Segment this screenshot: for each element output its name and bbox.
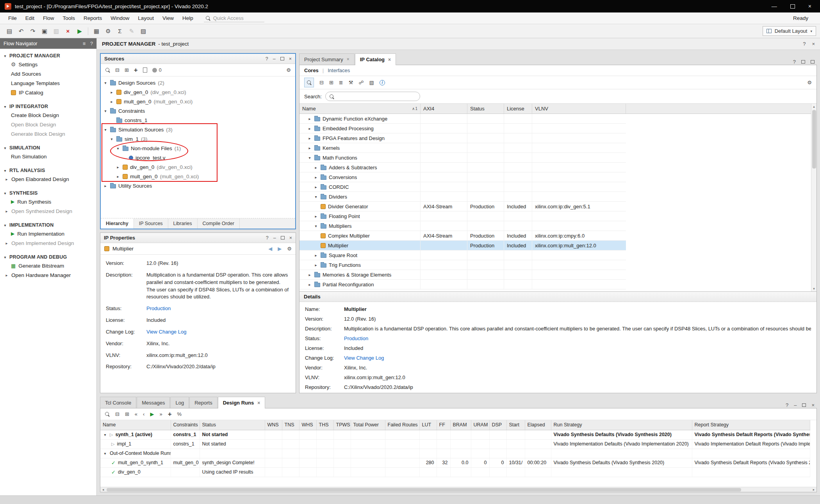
flow-nav-options-icon[interactable]: ≡ [83,41,86,46]
section-header-project-manager[interactable]: ▾ PROJECT MANAGER [0,52,96,60]
run-row-div-gen-0[interactable]: ✓div_gen_0 Using cached IP results [100,467,810,477]
chevron-right-icon[interactable]: ▸ [307,117,312,121]
collapse-all-icon[interactable]: ⊟ [319,80,324,85]
tab-design-runs[interactable]: Design Runs × [218,397,265,408]
column-header[interactable]: DSP [489,420,506,430]
chevron-right-icon[interactable]: ▸ [314,263,318,267]
chevron-down-icon[interactable]: ▾ [103,128,108,132]
catalog-ip-row-multiplier-selected[interactable]: Multiplier Production Included xilinx.co… [299,241,626,250]
chevron-down-icon[interactable]: ▾ [103,451,107,456]
debug-probe-icon[interactable]: ▨ [138,26,149,36]
sort-ascending-icon[interactable]: ∧1 [412,106,417,111]
chevron-right-icon[interactable]: ▸ [109,90,114,94]
close-icon[interactable]: × [812,41,815,47]
section-header-rtl-analysis[interactable]: ▾ RTL ANALYSIS [0,167,96,174]
tree-item-sim-1[interactable]: ▾ sim_1 (3) [101,134,295,144]
group-by-taxonomy-icon[interactable]: ≣ [339,80,343,85]
expand-all-icon[interactable]: ⊞ [125,412,129,417]
scroll-left-icon[interactable]: ◂ [100,488,106,492]
nav-item-open-synthesized-design[interactable]: ▸ Open Synthesized Design [0,206,96,216]
float-icon[interactable] [281,236,285,240]
chevron-right-icon[interactable]: ▸ [5,273,9,277]
tree-item-utility-sources[interactable]: ▸ Utility Sources [101,181,295,190]
tree-item-design-sources[interactable]: ▾ Design Sources (2) [101,78,295,87]
tab-log[interactable]: Log [170,397,189,408]
settings-gear-icon[interactable]: ⚙ [287,246,292,251]
tab-project-summary[interactable]: Project Summary × [299,53,355,65]
expand-all-icon[interactable]: ⊞ [329,80,333,85]
tree-item-simulation-sources[interactable]: ▾ Simulation Sources (3) [101,125,295,134]
column-header[interactable]: Name [100,420,171,430]
search-toggle[interactable] [304,78,314,87]
chevron-right-icon[interactable]: ▸ [307,282,312,287]
nav-item-settings[interactable]: ⚙ Settings [0,60,96,69]
chevron-right-icon[interactable]: ▸ [314,175,318,179]
chevron-right-icon[interactable]: ▸ [116,174,120,179]
redo-icon[interactable]: ↷ [27,26,38,36]
column-header[interactable]: WHS [299,420,316,430]
run-row-ooc-group[interactable]: ▾Out-of-Context Module Runs [100,449,810,458]
column-header[interactable]: THS [316,420,333,430]
catalog-category-row[interactable]: ▸Partial Reconfiguration [299,280,626,289]
minimize-icon[interactable]: – [794,402,797,408]
menu-view[interactable]: View [158,14,178,23]
expand-all-icon[interactable]: ⊞ [125,67,129,73]
maximize-button[interactable] [790,4,795,9]
minimize-button[interactable]: — [772,4,777,9]
help-icon[interactable]: ? [793,59,796,65]
run-row-impl-1[interactable]: ▷impl_1 constrs_1 Not started Vivado Imp… [100,439,810,449]
chevron-down-icon[interactable]: ▾ [314,195,318,199]
tab-ip-catalog[interactable]: IP Catalog × [355,53,396,65]
tab-compile-order[interactable]: Compile Order [198,218,240,229]
customize-ip-icon[interactable]: ⚒ [349,80,353,85]
catalog-category-row[interactable]: ▸FPGA Features and Design [299,133,626,143]
step-forward-icon[interactable]: » [159,412,162,417]
board-icon[interactable]: ▦ [91,26,102,36]
settings-gear-icon[interactable]: ⚙ [103,26,114,36]
chevron-right-icon[interactable]: ▸ [314,185,318,189]
column-header[interactable]: URAM [471,420,489,430]
catalog-category-row[interactable]: ▸Dynamic Function eXchange [299,114,626,124]
close-icon[interactable]: × [289,56,292,62]
catalog-ip-row-divider-generator[interactable]: Divider Generator AXI4-Stream Production… [299,202,626,211]
nav-item-generate-bitstream[interactable]: ▦ Generate Bitstream [0,261,96,270]
column-header[interactable]: Failed Routes [385,420,419,430]
tree-item-div-gen-0[interactable]: ▸ div_gen_0 (div_gen_0.xci) [101,87,295,97]
vertical-scrollbar[interactable]: ▴ ▾ [811,104,816,291]
column-header[interactable]: WNS [265,420,282,430]
scrollbar-thumb[interactable] [107,488,741,492]
column-header[interactable]: Elapsed [525,420,551,430]
cancel-run-icon[interactable]: × [62,26,73,36]
chevron-down-icon[interactable]: ▾ [314,224,318,228]
chevron-right-icon[interactable]: ▸ [314,165,318,170]
column-header-status[interactable]: Status [467,104,504,114]
close-icon[interactable]: × [289,235,292,241]
nav-item-open-elaborated-design[interactable]: ▸ Open Elaborated Design [0,174,96,184]
undo-icon[interactable]: ↶ [16,26,27,36]
chevron-right-icon[interactable]: ▸ [5,241,9,245]
close-tab-icon[interactable]: × [347,57,349,62]
info-icon[interactable]: i [380,80,385,85]
float-icon[interactable] [280,57,284,60]
menu-reports[interactable]: Reports [79,14,106,23]
chevron-down-icon[interactable]: ▾ [103,433,107,437]
close-tab-icon[interactable]: × [388,57,391,62]
menu-layout[interactable]: Layout [134,14,158,23]
quick-access-search[interactable]: Quick Access [204,14,264,22]
chevron-right-icon[interactable]: ▸ [5,177,9,181]
maximize-icon[interactable] [811,60,815,64]
settings-gear-icon[interactable]: ⚙ [286,67,291,73]
tree-item-mult-gen-0[interactable]: ▸ mult_gen_0 (mult_gen_0.xci) [101,97,295,106]
help-icon[interactable]: ? [266,56,268,62]
tree-item-ipcore-test-v[interactable]: ipcore_test.v [101,153,295,162]
column-header[interactable]: BRAM [450,420,471,430]
flow-nav-help-icon[interactable]: ? [90,41,93,46]
catalog-category-row[interactable]: ▸Memories & Storage Elements [299,270,626,280]
help-icon[interactable]: ? [786,402,788,408]
tab-hierarchy[interactable]: Hierarchy [101,218,134,229]
tab-libraries[interactable]: Libraries [168,218,198,229]
close-tab-icon[interactable]: × [257,400,260,406]
section-header-implementation[interactable]: ▾ IMPLEMENTATION [0,221,96,229]
nav-item-generate-block-design[interactable]: Generate Block Design [0,129,96,138]
tab-tcl-console[interactable]: Tcl Console [100,397,136,408]
